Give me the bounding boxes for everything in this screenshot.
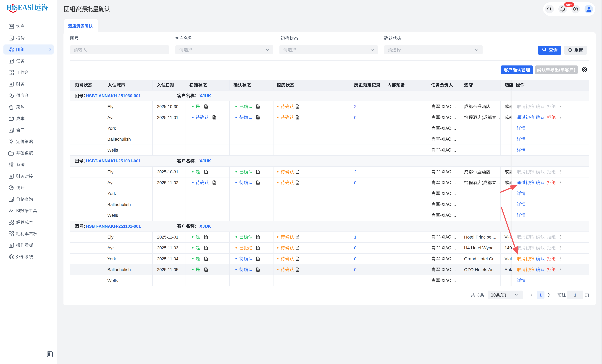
svg-text:H4 Hotel Wynd...: H4 Hotel Wynd... [464,245,497,250]
svg-text:0: 0 [354,115,356,120]
svg-text:Hotel Principe ...: Hotel Principe ... [464,235,496,239]
svg-text:XJUK: XJUK [199,158,211,163]
svg-text:York: York [107,126,116,131]
svg-text:HSBT-ANNAKH-251030-001: HSBT-ANNAKH-251030-001 [86,93,141,98]
svg-text:Wells: Wells [107,148,118,153]
svg-text:0: 0 [354,256,356,261]
svg-text:Via: Via [505,234,511,239]
svg-text:Wells: Wells [107,278,118,283]
svg-text:Ayr: Ayr [107,180,114,185]
svg-text:Ballachulish: Ballachulish [107,267,131,272]
svg-text:OZO Hotels An...: OZO Hotels An... [464,267,497,272]
svg-text:2025-11-03: 2025-11-03 [157,245,178,250]
svg-text:?: ? [575,7,577,11]
svg-text:1: 1 [539,292,542,297]
svg-text:XJUK: XJUK [199,93,211,98]
svg-text:Ely: Ely [107,104,113,109]
svg-text:Ely: Ely [107,235,113,239]
svg-text:York: York [107,191,116,196]
svg-text:Ayr: Ayr [107,245,114,250]
svg-text:2025-10-30: 2025-10-30 [157,104,178,109]
svg-text:2025-11-05: 2025-11-05 [157,267,178,272]
svg-text:2: 2 [354,104,356,109]
svg-text:Ely: Ely [107,169,113,174]
svg-text:2025-10-31: 2025-10-31 [157,169,178,174]
svg-text:0: 0 [354,245,356,250]
svg-text:1: 1 [354,235,356,239]
svg-text:Ballachulish: Ballachulish [107,137,131,142]
svg-text:Grand Hotel Cr...: Grand Hotel Cr... [464,256,497,261]
svg-text:1: 1 [574,292,576,297]
svg-text:Ayr: Ayr [107,115,114,120]
svg-text:2: 2 [354,169,356,174]
svg-text:0: 0 [354,180,356,185]
svg-text:99+: 99+ [566,3,572,6]
svg-text:0: 0 [354,267,356,272]
svg-text:HiSEAS: HiSEAS [7,3,31,12]
svg-text:York: York [107,256,116,261]
svg-text:HSBT-ANNAKH-251031-001: HSBT-ANNAKH-251031-001 [86,158,141,163]
svg-text:3: 3 [477,292,480,297]
svg-text:HSBT-ANNAKH-251101-001: HSBT-ANNAKH-251101-001 [86,224,141,229]
svg-text:XJUK: XJUK [199,224,211,229]
svg-text:2025-11-02: 2025-11-02 [157,180,178,185]
svg-text:2025-11-01: 2025-11-01 [157,115,178,120]
svg-text:Ballachulish: Ballachulish [107,202,131,207]
svg-text:2025-11-04: 2025-11-04 [157,256,178,261]
svg-text:2025-11-01: 2025-11-01 [157,235,178,239]
svg-text:Wells: Wells [107,213,118,218]
